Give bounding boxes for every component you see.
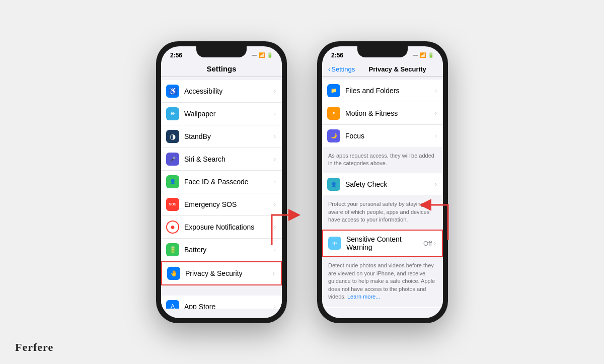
chevron-icon: ›: [273, 270, 275, 277]
chevron-icon: ›: [274, 246, 276, 253]
chevron-icon: ›: [435, 110, 437, 117]
wallpaper-icon: ❋: [166, 107, 179, 120]
status-icons-left: — 📶 🔋: [252, 52, 273, 58]
settings-list-left: ♿ Accessibility › ❋ Wallpaper › ◑ StandB…: [161, 77, 282, 309]
chevron-icon: ›: [274, 303, 276, 309]
standby-label: StandBy: [184, 132, 274, 140]
settings-item-files[interactable]: 📁 Files and Folders ›: [322, 80, 443, 102]
settings-item-sos[interactable]: SOS Emergency SOS ›: [161, 193, 282, 216]
status-icons-right: — 📶 🔋: [413, 52, 434, 58]
accessibility-label: Accessibility: [184, 87, 274, 95]
sensitive-icon: 👁: [328, 237, 341, 250]
description-1: As apps request access, they will be add…: [322, 150, 443, 171]
settings-item-sensitive[interactable]: 👁 Sensitive Content Warning Off ›: [322, 230, 443, 257]
files-label: Files and Folders: [345, 87, 435, 95]
signal-icon: —: [252, 52, 257, 58]
chevron-icon: ›: [434, 240, 436, 247]
settings-item-siri[interactable]: 🎤 Siri & Search ›: [161, 148, 282, 171]
appstore-label: App Store: [184, 303, 274, 309]
chevron-icon: ›: [274, 178, 276, 185]
battery-icon-r: 🔋: [428, 52, 434, 58]
settings-item-exposure[interactable]: ● Exposure Notifications ›: [161, 216, 282, 239]
left-phone: 2:56 — 📶 🔋 Settings ♿: [156, 41, 287, 323]
settings-item-safety[interactable]: 👤 Safety Check ›: [322, 173, 443, 195]
privacy-title: Privacy & Security: [358, 65, 437, 73]
faceid-label: Face ID & Passcode: [184, 178, 274, 186]
signal-icon-r: —: [413, 52, 418, 58]
notch: [196, 46, 247, 57]
time-right: 2:56: [331, 52, 343, 59]
back-label: Settings: [331, 65, 355, 73]
settings-item-focus[interactable]: 🌙 Focus ›: [322, 125, 443, 147]
settings-item-analytics[interactable]: Analytics & Improvements ›: [322, 307, 443, 308]
chevron-icon: ›: [435, 132, 437, 139]
settings-item-wallpaper[interactable]: ❋ Wallpaper ›: [161, 103, 282, 125]
faceid-icon: 👤: [166, 175, 179, 188]
battery-icon: 🔋: [166, 243, 179, 256]
chevron-icon: ›: [274, 224, 276, 231]
motion-icon: ✦: [327, 107, 340, 120]
notch-right: [357, 46, 408, 57]
settings-item-privacy[interactable]: 🤚 Privacy & Security ›: [161, 261, 282, 285]
focus-icon: 🌙: [327, 129, 340, 142]
learn-more-link[interactable]: Learn more...: [347, 294, 380, 300]
standby-icon: ◑: [166, 130, 179, 143]
privacy-settings-list: 📁 Files and Folders › ✦ Motion & Fitness…: [322, 77, 443, 308]
settings-item-standby[interactable]: ◑ StandBy ›: [161, 125, 282, 148]
siri-label: Siri & Search: [184, 155, 274, 163]
chevron-icon: ›: [274, 201, 276, 208]
exposure-label: Exposure Notifications: [184, 223, 274, 231]
chevron-icon: ›: [435, 181, 437, 188]
battery-icon: 🔋: [267, 52, 273, 58]
focus-label: Focus: [345, 132, 435, 140]
wallpaper-label: Wallpaper: [184, 110, 274, 118]
time-left: 2:56: [170, 52, 182, 59]
privacy-nav: ‹ Settings Privacy & Security: [322, 62, 443, 77]
wifi-icon-r: 📶: [420, 52, 426, 58]
description-2: Protect your personal safety by staying …: [322, 198, 443, 227]
accessibility-icon: ♿: [166, 85, 179, 98]
analytics-group: Analytics & Improvements › Apple Adverti…: [322, 307, 443, 308]
back-chevron: ‹: [328, 65, 330, 73]
settings-item-motion[interactable]: ✦ Motion & Fitness ›: [322, 102, 443, 125]
settings-item-appstore[interactable]: A App Store ›: [161, 296, 282, 309]
sensitive-group: 👁 Sensitive Content Warning Off ›: [322, 230, 443, 257]
settings-nav: Settings: [161, 62, 282, 77]
settings-item-accessibility[interactable]: ♿ Accessibility ›: [161, 80, 282, 103]
top-group: 📁 Files and Folders › ✦ Motion & Fitness…: [322, 80, 443, 147]
settings-title: Settings: [206, 64, 236, 73]
privacy-label: Privacy & Security: [185, 269, 273, 277]
sos-label: Emergency SOS: [184, 200, 274, 208]
settings-group-2: A App Store › 👛 Wallet ›: [161, 296, 282, 309]
wifi-icon: 📶: [259, 52, 265, 58]
settings-item-faceid[interactable]: 👤 Face ID & Passcode ›: [161, 171, 282, 193]
safety-group: 👤 Safety Check ›: [322, 173, 443, 195]
settings-group-1: ♿ Accessibility › ❋ Wallpaper › ◑ StandB…: [161, 80, 282, 285]
back-button[interactable]: ‹ Settings: [328, 65, 355, 73]
chevron-icon: ›: [435, 87, 437, 94]
chevron-icon: ›: [274, 88, 276, 95]
appstore-icon: A: [166, 300, 179, 309]
motion-label: Motion & Fitness: [345, 109, 435, 117]
sos-icon: SOS: [166, 198, 179, 211]
chevron-icon: ›: [274, 156, 276, 163]
safety-label: Safety Check: [345, 180, 435, 188]
privacy-icon: 🤚: [167, 267, 180, 280]
separator-1: [161, 288, 282, 293]
safety-icon: 👤: [327, 178, 340, 191]
battery-label: Battery: [184, 246, 274, 254]
files-icon: 📁: [327, 84, 340, 97]
description-3: Detect nude photos and videos before the…: [322, 260, 443, 304]
sensitive-label: Sensitive Content Warning: [346, 235, 423, 251]
chevron-icon: ›: [274, 110, 276, 117]
sensitive-value: Off: [423, 240, 432, 247]
settings-item-battery[interactable]: 🔋 Battery ›: [161, 239, 282, 261]
right-phone: 2:56 — 📶 🔋 ‹ Settings Privacy & Security: [317, 41, 448, 323]
chevron-icon: ›: [274, 133, 276, 140]
siri-icon: 🎤: [166, 153, 179, 166]
brand-logo: Ferfere: [15, 341, 53, 354]
exposure-icon: ●: [166, 221, 179, 234]
